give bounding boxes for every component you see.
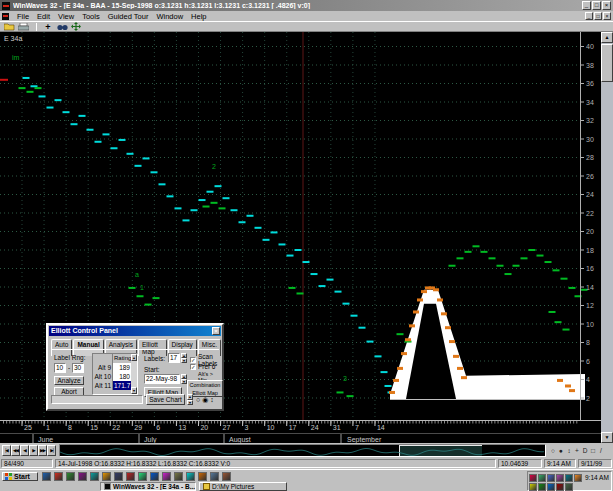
chart-vertical-scrollbar[interactable]: ▲ ▼ bbox=[601, 32, 613, 443]
scroll-up-icon[interactable]: ▲ bbox=[601, 32, 613, 43]
scroll-down-icon[interactable]: ▼ bbox=[601, 432, 613, 443]
ql-icon-15[interactable] bbox=[210, 472, 219, 481]
ql-icon-7[interactable] bbox=[114, 472, 123, 481]
title-bar[interactable]: WinWaves 32 - [E 34a - BAA - 15-Sep-1998… bbox=[0, 0, 613, 11]
ql-icon-1[interactable] bbox=[42, 472, 51, 481]
menu-help[interactable]: Help bbox=[187, 12, 210, 21]
ql-icon-3[interactable] bbox=[66, 472, 75, 481]
menu-file[interactable]: File bbox=[13, 12, 33, 21]
pref6-checkbox[interactable]: ✓Pref 6 bbox=[190, 363, 215, 370]
tool-dot-icon[interactable]: ● bbox=[557, 445, 565, 456]
svg-text:28: 28 bbox=[586, 154, 594, 161]
ql-icon-4[interactable] bbox=[78, 472, 87, 481]
ql-icon-9[interactable] bbox=[138, 472, 147, 481]
ql-icon-6[interactable] bbox=[102, 472, 111, 481]
menu-guided-tour[interactable]: Guided Tour bbox=[104, 12, 153, 21]
mdi-child-icon[interactable] bbox=[2, 13, 9, 20]
tray-icon-9[interactable] bbox=[547, 483, 555, 491]
open-file-icon[interactable] bbox=[3, 22, 15, 31]
tool-updown-icon[interactable]: ↕ bbox=[565, 445, 573, 456]
mdi-minimize-button[interactable]: _ bbox=[585, 12, 593, 20]
list-scroll-down-icon[interactable]: ▼ bbox=[131, 387, 137, 394]
ql-icon-12[interactable] bbox=[174, 472, 183, 481]
tray-clock[interactable]: 9:14 AM bbox=[585, 474, 609, 481]
minimize-button[interactable]: _ bbox=[582, 1, 591, 10]
save-chart-button[interactable]: Save Chart bbox=[146, 394, 185, 405]
task-button-winwaves[interactable]: WinWaves 32 - [E 34a - B... bbox=[100, 482, 196, 491]
vcr-play-button[interactable]: ▶ bbox=[29, 445, 38, 456]
overview-price-strip[interactable] bbox=[59, 444, 546, 457]
vcr-first-button[interactable]: |◀ bbox=[2, 445, 11, 456]
svg-text:12: 12 bbox=[586, 302, 594, 309]
tray-icon-11[interactable] bbox=[565, 483, 573, 491]
tray-icon-7[interactable] bbox=[529, 483, 537, 491]
tray-icon-3[interactable] bbox=[547, 474, 555, 482]
svg-text:29: 29 bbox=[134, 424, 142, 431]
tool-data-icon[interactable]: D bbox=[581, 445, 589, 456]
vcr-last-button[interactable]: ▶| bbox=[47, 445, 56, 456]
save-spinner[interactable]: ▲▼ bbox=[187, 394, 193, 405]
svg-text:1: 1 bbox=[46, 424, 50, 431]
tray-icon-2[interactable] bbox=[538, 474, 546, 482]
labels-spinner[interactable]: ▲▼ bbox=[181, 353, 187, 363]
rng-high-input[interactable]: 30 bbox=[72, 363, 84, 373]
svg-text:2: 2 bbox=[212, 163, 216, 170]
dialog-title-bar[interactable]: Elliott Control Panel × bbox=[49, 326, 221, 336]
close-button[interactable]: × bbox=[602, 1, 611, 10]
dialog-close-icon[interactable]: × bbox=[212, 327, 220, 335]
vcr-back-button[interactable]: ◀ bbox=[20, 445, 29, 456]
ql-icon-13[interactable] bbox=[186, 472, 195, 481]
pan-arrows-icon[interactable] bbox=[70, 22, 82, 31]
tray-icon-6[interactable] bbox=[574, 474, 582, 482]
tray-icon-1[interactable] bbox=[529, 474, 537, 482]
analyze-button[interactable]: Analyze bbox=[54, 376, 84, 385]
tray-icon-4[interactable] bbox=[556, 474, 564, 482]
svg-text:14: 14 bbox=[377, 424, 385, 431]
tray-icon-5[interactable] bbox=[565, 474, 573, 482]
svg-text:8: 8 bbox=[68, 424, 72, 431]
menu-tools[interactable]: Tools bbox=[78, 12, 104, 21]
start-button[interactable]: Start bbox=[2, 472, 38, 481]
tool-box-icon[interactable]: □ bbox=[589, 445, 597, 456]
alternatives-list[interactable]: Rating Alt 9189 Alt 10180 Alt 11171.7 ▲ … bbox=[92, 353, 138, 395]
mdi-close-button[interactable]: × bbox=[603, 12, 611, 20]
tool-line-icon[interactable]: / bbox=[597, 445, 605, 456]
zoom-in-icon[interactable]: + bbox=[42, 22, 54, 31]
ql-icon-11[interactable] bbox=[162, 472, 171, 481]
ql-icon-5[interactable] bbox=[90, 472, 99, 481]
vcr-forward-button[interactable]: ▶▶ bbox=[38, 445, 47, 456]
find-binoculars-icon[interactable] bbox=[56, 22, 68, 31]
rng-low-input[interactable]: 10 bbox=[54, 363, 66, 373]
print-icon[interactable] bbox=[17, 22, 29, 31]
dialog-option-icons[interactable]: ○ ◉ ↕ bbox=[196, 396, 214, 404]
svg-text:4: 4 bbox=[586, 376, 590, 383]
tray-icon-10[interactable] bbox=[556, 483, 564, 491]
labels-input[interactable]: 17 bbox=[168, 353, 180, 363]
tool-circle-icon[interactable]: ○ bbox=[549, 445, 557, 456]
app-icon[interactable] bbox=[2, 2, 10, 10]
vcr-rewind-button[interactable]: ◀◀ bbox=[11, 445, 20, 456]
taskbar: Start WinWaves 32 - [E 34a - B... D:\My … bbox=[0, 469, 613, 491]
ql-icon-10[interactable] bbox=[150, 472, 159, 481]
menu-view[interactable]: View bbox=[54, 12, 78, 21]
ql-icon-14[interactable] bbox=[198, 472, 207, 481]
task-button-my-pictures[interactable]: D:\My Pictures bbox=[199, 482, 287, 491]
window-title: WinWaves 32 - [E 34a - BAA - 15-Sep-1998… bbox=[13, 2, 581, 9]
svg-text:10: 10 bbox=[267, 424, 275, 431]
rating-column-header[interactable]: Rating bbox=[112, 354, 131, 363]
mdi-restore-button[interactable]: □ bbox=[594, 12, 602, 20]
menu-window[interactable]: Window bbox=[152, 12, 187, 21]
menu-edit[interactable]: Edit bbox=[33, 12, 54, 21]
start-date-input[interactable]: 22-May-98 bbox=[144, 374, 180, 384]
ql-icon-16[interactable] bbox=[222, 472, 231, 481]
tray-icon-8[interactable] bbox=[538, 483, 546, 491]
list-scrollbar[interactable]: ▲ ▼ bbox=[131, 354, 137, 394]
elliott-control-panel-dialog[interactable]: Elliott Control Panel × Auto Manual Anal… bbox=[46, 323, 224, 411]
tool-plus-icon[interactable]: + bbox=[573, 445, 581, 456]
ql-icon-8[interactable] bbox=[126, 472, 135, 481]
list-scroll-up-icon[interactable]: ▲ bbox=[131, 354, 137, 361]
scrollbar-thumb[interactable] bbox=[601, 44, 613, 82]
ql-icon-2[interactable] bbox=[54, 472, 63, 481]
svg-text:September: September bbox=[347, 436, 382, 444]
maximize-button[interactable]: □ bbox=[592, 1, 601, 10]
